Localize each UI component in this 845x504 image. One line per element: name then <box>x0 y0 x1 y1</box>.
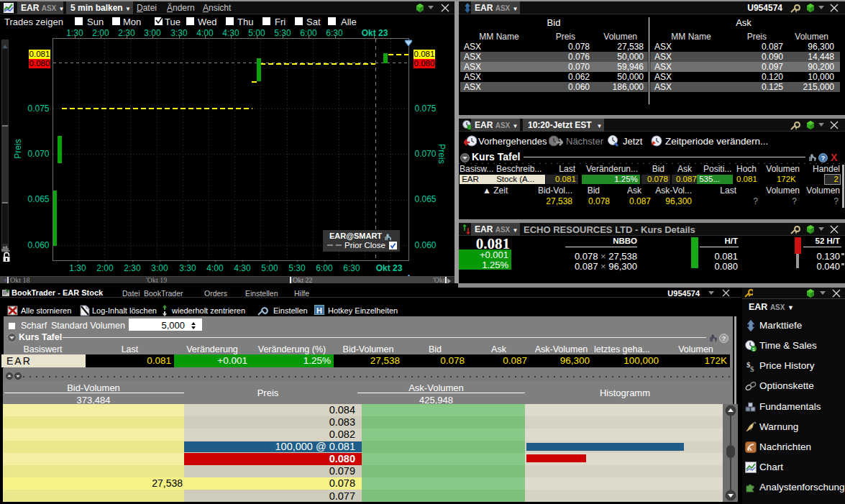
svg-text:?: ? <box>821 155 826 162</box>
svg-text:?: ? <box>722 335 726 342</box>
svg-text:$: $ <box>750 365 754 372</box>
